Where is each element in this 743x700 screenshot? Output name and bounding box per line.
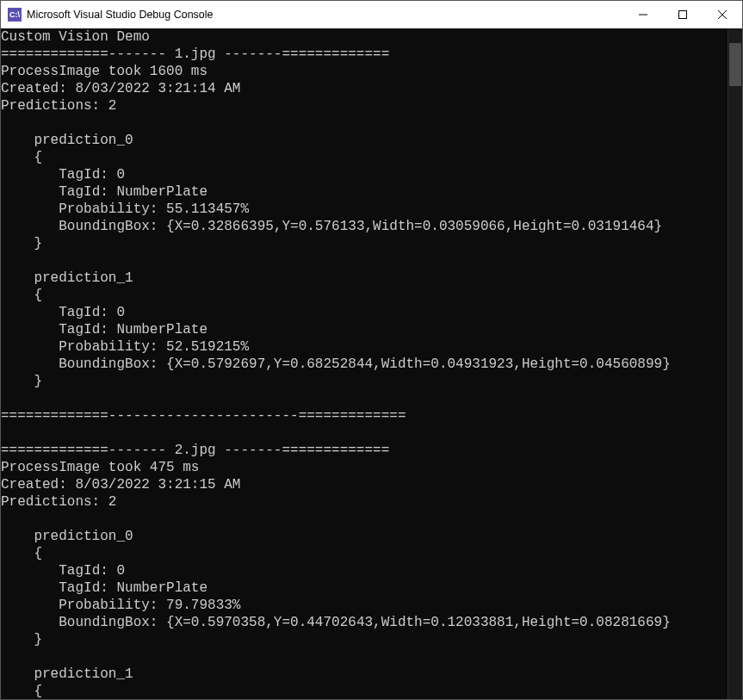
maximize-icon	[678, 10, 687, 19]
console-line: Probability: 55.113457%	[59, 201, 249, 217]
console-line: Predictions: 2	[1, 494, 116, 510]
console-line: Created: 8/03/2022 3:21:15 AM	[1, 477, 240, 492]
scrollbar-thumb[interactable]	[729, 43, 741, 86]
svg-rect-1	[679, 11, 687, 19]
console-line: TagId: NumberPlate	[59, 580, 207, 596]
minimize-button[interactable]	[623, 1, 663, 28]
close-icon	[718, 10, 727, 19]
console-line: Custom Vision Demo	[1, 29, 150, 45]
console-line: Created: 8/03/2022 3:21:14 AM	[1, 81, 240, 96]
console-line: TagId: 0	[59, 167, 125, 183]
console-line: prediction_0	[34, 133, 133, 148]
console-line: ProcessImage took 475 ms	[1, 460, 199, 475]
console-client-area: Custom Vision Demo =============------- …	[1, 28, 742, 699]
console-line: Predictions: 2	[1, 98, 116, 114]
console-line: prediction_0	[34, 529, 133, 544]
console-line: TagId: 0	[59, 563, 125, 579]
console-line: BoundingBox: {X=0.32866395,Y=0.576133,Wi…	[59, 219, 662, 234]
console-line: Probability: 79.79833%	[59, 598, 240, 613]
console-line: =============------- 1.jpg -------======…	[1, 46, 389, 62]
console-line: prediction_1	[34, 666, 133, 682]
console-line: =============-----------------------====…	[1, 408, 406, 424]
console-window: C:\ Microsoft Visual Studio Debug Consol…	[0, 0, 743, 700]
console-line: prediction_1	[34, 270, 133, 286]
console-output[interactable]: Custom Vision Demo =============------- …	[1, 28, 728, 699]
title-bar[interactable]: C:\ Microsoft Visual Studio Debug Consol…	[1, 1, 742, 28]
console-line: ProcessImage took 1600 ms	[1, 64, 207, 79]
app-icon-text: C:\	[9, 10, 20, 19]
console-line: TagId: NumberPlate	[59, 184, 207, 200]
vertical-scrollbar[interactable]	[728, 28, 742, 699]
console-line: Probability: 52.519215%	[59, 339, 249, 355]
console-line: BoundingBox: {X=0.5970358,Y=0.44702643,W…	[59, 615, 671, 630]
console-line: TagId: NumberPlate	[59, 322, 207, 338]
console-line: =============------- 2.jpg -------======…	[1, 443, 389, 458]
window-title: Microsoft Visual Studio Debug Console	[27, 9, 623, 21]
app-icon: C:\	[8, 8, 22, 22]
console-line: TagId: 0	[59, 305, 125, 320]
console-line: BoundingBox: {X=0.5792697,Y=0.68252844,W…	[59, 356, 671, 372]
close-button[interactable]	[703, 1, 742, 28]
minimize-icon	[639, 10, 647, 19]
window-buttons	[623, 1, 742, 28]
maximize-button[interactable]	[663, 1, 703, 28]
